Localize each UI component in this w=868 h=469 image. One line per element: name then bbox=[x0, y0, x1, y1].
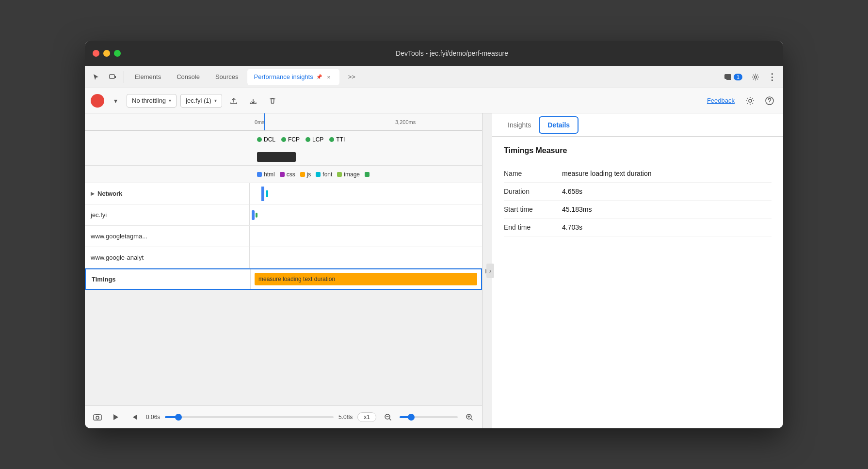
minimize-button[interactable] bbox=[103, 50, 110, 57]
throttling-label: No throttling bbox=[132, 97, 166, 104]
label-name: Name bbox=[504, 170, 562, 177]
tab-performance-insights[interactable]: Performance insights 📌 × bbox=[247, 69, 339, 85]
help-icon[interactable] bbox=[762, 93, 777, 109]
value-start-time: 45.183ms bbox=[562, 205, 592, 213]
traffic-lights bbox=[93, 50, 121, 57]
upload-icon[interactable] bbox=[226, 93, 241, 109]
bottom-bar: 0.06s 5.08s x1 bbox=[85, 405, 482, 428]
fullscreen-button[interactable] bbox=[114, 50, 121, 57]
download-icon[interactable] bbox=[245, 93, 261, 109]
legend-html: html bbox=[257, 171, 275, 178]
svg-rect-1 bbox=[115, 76, 116, 78]
title-bar: DevTools - jec.fyi/demo/perf-measure bbox=[85, 41, 783, 66]
lcp-dot bbox=[305, 137, 310, 142]
image-color bbox=[337, 172, 342, 177]
track-network[interactable]: ▶ Network bbox=[85, 183, 482, 204]
feedback-count-badge: 1 bbox=[734, 74, 742, 80]
css-color bbox=[280, 172, 285, 177]
details-section-title: Timings Measure bbox=[504, 146, 772, 155]
network-expand-arrow[interactable]: ▶ bbox=[91, 191, 95, 196]
throttling-arrow-icon: ▾ bbox=[169, 98, 171, 103]
tab-elements[interactable]: Elements bbox=[128, 69, 168, 85]
zoom-level[interactable]: x1 bbox=[357, 412, 376, 422]
tab-console[interactable]: Console bbox=[170, 69, 207, 85]
more-options-icon[interactable]: ⋮ bbox=[765, 70, 779, 84]
dcl-label: DCL bbox=[264, 136, 275, 143]
scrubber-thumb[interactable] bbox=[175, 414, 182, 421]
tab-sources-label: Sources bbox=[215, 73, 239, 80]
track-timings[interactable]: Timings measure loading text duration bbox=[85, 268, 482, 290]
jec-fyi-bar bbox=[252, 210, 255, 220]
timings-track-label: Timings bbox=[86, 269, 251, 289]
network-label: Network bbox=[97, 190, 122, 197]
lcp-marker: LCP bbox=[305, 136, 323, 143]
svg-point-3 bbox=[755, 76, 757, 78]
play-icon[interactable] bbox=[109, 410, 123, 424]
settings-icon[interactable] bbox=[748, 70, 763, 84]
skip-to-start-icon[interactable] bbox=[128, 410, 141, 424]
tab-insights[interactable]: Insights bbox=[500, 113, 539, 136]
svg-point-6 bbox=[769, 102, 770, 103]
loading-bar bbox=[257, 152, 296, 162]
legend-font: font bbox=[316, 171, 332, 178]
throttling-dropdown[interactable]: No throttling ▾ bbox=[127, 94, 177, 108]
tab-details[interactable]: Details bbox=[539, 116, 579, 134]
tab-more[interactable]: >> bbox=[341, 69, 362, 85]
image-label: image bbox=[344, 171, 360, 178]
settings-gear-icon[interactable] bbox=[742, 93, 758, 109]
device-toggle-icon[interactable] bbox=[105, 70, 120, 84]
network-bars bbox=[250, 183, 482, 204]
zoom-slider-thumb[interactable] bbox=[408, 414, 415, 421]
time-end-display: 5.08s bbox=[338, 414, 353, 421]
split-handle[interactable]: ▶ bbox=[482, 113, 492, 428]
ruler-tick-end: 3,200ms bbox=[395, 113, 416, 130]
font-label: font bbox=[322, 171, 332, 178]
track-google-analytics[interactable]: www.google-analyt bbox=[85, 247, 482, 268]
record-dropdown-icon[interactable]: ▾ bbox=[108, 94, 123, 108]
markers-row: DCL FCP LCP TTI bbox=[85, 131, 482, 148]
bar-area bbox=[85, 148, 482, 166]
feedback-badge-btn[interactable]: 1 bbox=[720, 71, 746, 83]
delete-icon[interactable] bbox=[265, 93, 280, 109]
googletagmanager-label: www.googletagma... bbox=[85, 226, 250, 247]
label-duration: Duration bbox=[504, 188, 562, 195]
css-label: css bbox=[287, 171, 295, 178]
cursor-icon[interactable] bbox=[89, 70, 103, 84]
zoom-in-icon[interactable] bbox=[463, 410, 476, 424]
track-googletagmanager[interactable]: www.googletagma... bbox=[85, 226, 482, 247]
zoom-slider[interactable] bbox=[400, 416, 458, 418]
track-jec-fyi[interactable]: jec.fyi bbox=[85, 204, 482, 226]
tab-bar: Elements Console Sources Performance ins… bbox=[85, 66, 783, 88]
session-dropdown[interactable]: jec.fyi (1) ▾ bbox=[180, 94, 222, 108]
svg-point-4 bbox=[749, 99, 752, 102]
tab-sources[interactable]: Sources bbox=[209, 69, 245, 85]
html-label: html bbox=[264, 171, 275, 178]
feedback-link[interactable]: Feedback bbox=[707, 97, 735, 104]
main-content: 0ms 3,200ms DCL FCP LCP bbox=[85, 113, 783, 428]
record-button[interactable] bbox=[91, 94, 104, 108]
timeline-scrubber[interactable] bbox=[165, 416, 334, 418]
details-row-name: Name measure loading text duration bbox=[504, 165, 772, 183]
tab-console-label: Console bbox=[177, 73, 200, 80]
tab-divider bbox=[124, 71, 124, 83]
label-end-time: End time bbox=[504, 223, 562, 231]
tab-elements-label: Elements bbox=[135, 73, 161, 80]
tab-details-label: Details bbox=[547, 121, 570, 129]
zoom-out-icon[interactable] bbox=[381, 410, 395, 424]
screenshot-icon[interactable] bbox=[91, 410, 104, 424]
jec-fyi-label: jec.fyi bbox=[91, 211, 107, 219]
timeline-ruler: 0ms 3,200ms bbox=[85, 113, 482, 131]
tab-close-icon[interactable]: × bbox=[325, 73, 333, 81]
google-analytics-label: www.google-analyt bbox=[85, 247, 250, 268]
value-duration: 4.658s bbox=[562, 188, 582, 195]
net-bar-html bbox=[261, 187, 264, 201]
jec-fyi-bar2 bbox=[256, 213, 257, 218]
network-track-label: ▶ Network bbox=[85, 183, 250, 204]
jec-fyi-track-label: jec.fyi bbox=[85, 204, 250, 225]
details-tabs: Insights Details bbox=[492, 113, 783, 137]
tab-bar-actions: 1 ⋮ bbox=[720, 70, 779, 84]
ruler-tick-start: 0ms bbox=[255, 113, 265, 130]
tracks-area: ▶ Network jec.fyi bbox=[85, 183, 482, 405]
legend-css: css bbox=[280, 171, 295, 178]
close-button[interactable] bbox=[93, 50, 99, 57]
